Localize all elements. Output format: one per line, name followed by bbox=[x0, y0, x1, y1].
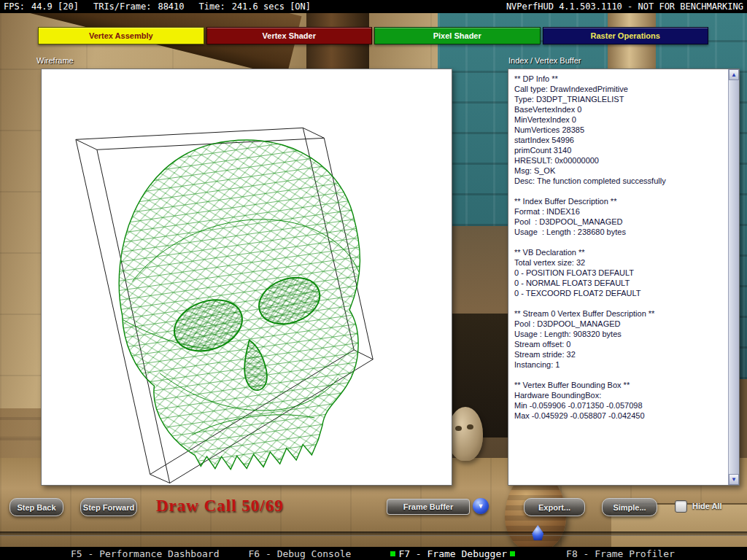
buffer-info-text: ** DP Info ** Call type: DrawIndexedPrim… bbox=[508, 69, 728, 485]
statusbar-item-label: F7 - Frame Debugger bbox=[398, 548, 507, 559]
stage-button-vertex-assembly[interactable]: Vertex Assembly bbox=[38, 27, 204, 44]
pipeline-stage-buttons: Vertex Assembly Vertex Shader Pixel Shad… bbox=[38, 27, 708, 44]
wireframe-panel-title: Wireframe bbox=[36, 56, 74, 65]
active-indicator-icon bbox=[510, 551, 515, 556]
active-indicator-icon bbox=[390, 551, 395, 556]
simple-button[interactable]: Simple... bbox=[602, 498, 657, 516]
statusbar-item-performance-dashboard[interactable]: F5 - Performance Dashboard bbox=[71, 548, 220, 559]
buffer-panel-title: Index / Vertex Buffer bbox=[508, 56, 581, 65]
app-title: NVPerfHUD 4.1.503.1110 - NOT FOR BENCHMA… bbox=[506, 1, 743, 12]
statusbar-item-label: F5 - Performance Dashboard bbox=[71, 548, 220, 559]
time-value: 241.6 secs [ON] bbox=[232, 1, 311, 12]
statusbar-item-frame-debugger[interactable]: F7 - Frame Debugger bbox=[387, 548, 518, 559]
nvperfhud-screen: FPS: 44.9 [20] TRIs/Frame: 88410 Time: 2… bbox=[0, 0, 747, 560]
export-button[interactable]: Export... bbox=[524, 498, 585, 516]
scrollbar[interactable]: ▲ ▼ bbox=[728, 69, 739, 485]
step-back-button[interactable]: Step Back bbox=[9, 498, 63, 516]
stage-button-raster-operations[interactable]: Raster Operations bbox=[543, 27, 709, 44]
wireframe-render bbox=[42, 69, 452, 485]
scroll-down-button[interactable]: ▼ bbox=[729, 474, 739, 485]
timeline-thumb[interactable] bbox=[532, 525, 543, 540]
tris-label: TRIs/Frame: bbox=[93, 1, 151, 12]
stage-button-pixel-shader[interactable]: Pixel Shader bbox=[374, 27, 541, 44]
buffer-info-panel: ** DP Info ** Call type: DrawIndexedPrim… bbox=[508, 69, 740, 486]
statusbar-item-label: F6 - Debug Console bbox=[249, 548, 352, 559]
draw-call-counter: Draw Call 50/69 bbox=[156, 497, 284, 516]
statusbar-item-frame-profiler[interactable]: F8 - Frame Profiler bbox=[566, 548, 675, 559]
scroll-track[interactable] bbox=[729, 80, 739, 474]
wireframe-viewport bbox=[41, 69, 452, 486]
statusbar-item-debug-console[interactable]: F6 - Debug Console bbox=[249, 548, 352, 559]
fps-label: FPS: bbox=[4, 1, 25, 12]
stage-button-vertex-shader[interactable]: Vertex Shader bbox=[206, 27, 373, 44]
hide-all-checkbox[interactable] bbox=[675, 500, 687, 513]
skull-mesh bbox=[100, 125, 388, 483]
hotkey-status-bar: F5 - Performance Dashboard F6 - Debug Co… bbox=[0, 547, 747, 560]
draw-call-timeline-track[interactable] bbox=[0, 532, 747, 536]
dropdown-arrow-icon[interactable]: ▼ bbox=[473, 498, 489, 514]
game-object-skull bbox=[448, 407, 483, 461]
tris-value: 88410 bbox=[158, 1, 184, 12]
fps-value: 44.9 [20] bbox=[31, 1, 79, 12]
stage-button-label: Vertex Assembly bbox=[89, 31, 153, 40]
hide-all-label: Hide All bbox=[692, 502, 722, 510]
stage-button-label: Raster Operations bbox=[591, 31, 660, 40]
scroll-up-button[interactable]: ▲ bbox=[729, 69, 739, 80]
time-label: Time: bbox=[199, 1, 225, 12]
step-forward-button[interactable]: Step Forward bbox=[80, 498, 137, 516]
statusbar-item-label: F8 - Frame Profiler bbox=[566, 548, 675, 559]
stage-button-label: Vertex Shader bbox=[263, 31, 316, 40]
top-stats-bar: FPS: 44.9 [20] TRIs/Frame: 88410 Time: 2… bbox=[0, 0, 747, 13]
frame-buffer-dropdown[interactable]: Frame Buffer bbox=[387, 499, 470, 515]
stage-button-label: Pixel Shader bbox=[433, 31, 481, 40]
